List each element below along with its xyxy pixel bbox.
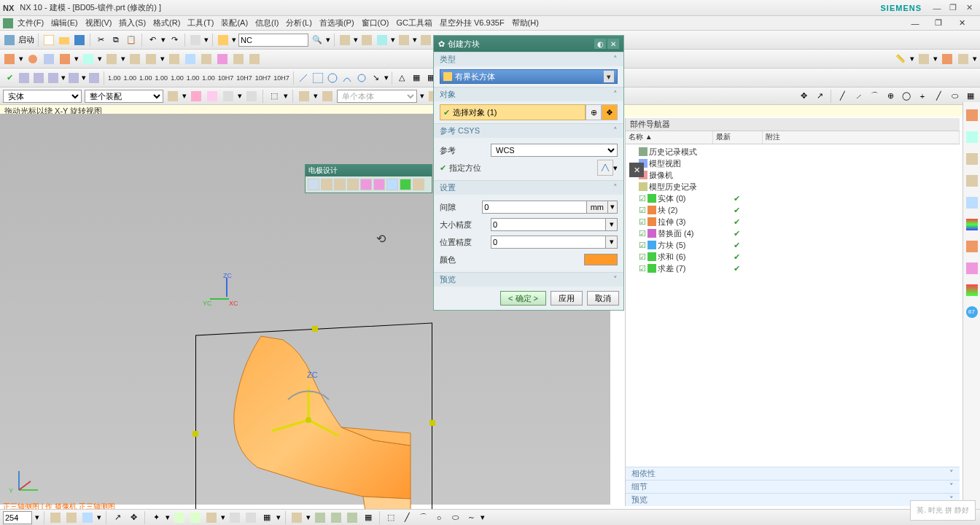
size-input[interactable] xyxy=(491,218,606,231)
hole-icon[interactable] xyxy=(26,52,39,66)
num-3[interactable]: 1.00 xyxy=(139,74,153,82)
num-6[interactable]: 1.00 xyxy=(186,74,201,82)
gap-input[interactable] xyxy=(482,201,587,214)
et-1-icon[interactable] xyxy=(308,179,319,190)
et-6-icon[interactable] xyxy=(373,179,385,190)
sb-3-icon[interactable] xyxy=(81,511,94,524)
status-num[interactable] xyxy=(3,511,32,524)
menu-file[interactable]: 文件(F) xyxy=(18,18,44,28)
new-icon[interactable] xyxy=(42,34,55,47)
tree-row[interactable]: 摄像机 xyxy=(627,169,958,181)
shell-icon[interactable] xyxy=(105,52,118,66)
start-button[interactable] xyxy=(3,34,16,47)
sb-4-icon[interactable]: ↗ xyxy=(111,511,124,524)
select-add-button[interactable]: ⊕ xyxy=(586,104,602,120)
start-label[interactable]: 启动 xyxy=(18,34,34,45)
menu-view[interactable]: 视图(V) xyxy=(85,18,112,28)
panel-close-button[interactable]: ✕ xyxy=(629,163,644,177)
pattern-icon[interactable] xyxy=(42,52,55,66)
d3-icon[interactable] xyxy=(47,71,60,85)
ok-button[interactable]: < 确定 > xyxy=(500,291,546,306)
et-2-icon[interactable] xyxy=(321,179,332,190)
sk2-icon[interactable] xyxy=(311,71,324,85)
section-preview[interactable]: 预览˅ xyxy=(434,272,623,287)
replace-icon[interactable] xyxy=(216,52,229,66)
sb-17-icon[interactable]: ▦ xyxy=(362,511,375,524)
menu-assembly[interactable]: 装配(A) xyxy=(221,18,248,28)
paste-icon[interactable]: 📋 xyxy=(125,34,138,47)
pos-drop[interactable]: ▾ xyxy=(606,236,618,249)
rb-5-icon[interactable] xyxy=(966,197,978,209)
d5-icon[interactable] xyxy=(88,71,101,85)
sb-15-icon[interactable] xyxy=(330,511,343,524)
snap10-icon[interactable]: ⬭ xyxy=(948,90,961,103)
tree-row[interactable]: ☑方块 (5)✔ xyxy=(627,239,958,251)
command-finder[interactable] xyxy=(238,34,308,47)
snap5-icon[interactable]: ⌒ xyxy=(868,90,881,103)
menu-edit[interactable]: 编辑(E) xyxy=(51,18,78,28)
chamfer-icon[interactable] xyxy=(168,52,181,66)
sk3-icon[interactable] xyxy=(326,71,339,85)
tree-row[interactable]: ☑求和 (6)✔ xyxy=(627,251,958,262)
menu-format[interactable]: 格式(R) xyxy=(153,18,180,28)
snap9-icon[interactable]: ╱ xyxy=(932,90,945,103)
box5-icon[interactable] xyxy=(419,34,432,47)
electrode-toolbar-title[interactable]: 电极设计 xyxy=(306,165,432,176)
snap4-icon[interactable]: ⟋ xyxy=(852,90,865,103)
menu-analysis[interactable]: 分析(L) xyxy=(286,18,311,28)
num-11[interactable]: 10H7 xyxy=(273,74,290,82)
tree-row[interactable]: ☑实体 (0)✔ xyxy=(627,192,958,204)
box2-icon[interactable] xyxy=(360,34,373,47)
rb-10-icon[interactable]: 67 xyxy=(966,306,978,318)
sb-2-icon[interactable] xyxy=(65,511,78,524)
sb-8-icon[interactable] xyxy=(189,511,202,524)
sb-20-icon[interactable]: ⌒ xyxy=(416,511,429,524)
acc-detail[interactable]: 细节˅ xyxy=(626,480,960,493)
dialog-close-button[interactable]: ✕ xyxy=(607,39,619,49)
cmd-icon[interactable] xyxy=(189,34,202,47)
undo-icon[interactable]: ↶ xyxy=(146,34,159,47)
col-note[interactable]: 附注 xyxy=(763,131,960,144)
select-object-field[interactable]: ✔ 选择对象 (1) xyxy=(440,104,586,120)
cancel-button[interactable]: 取消 xyxy=(587,291,619,306)
draft-icon[interactable] xyxy=(128,52,141,66)
section-settings[interactable]: 设置˄ xyxy=(434,180,623,195)
sb-13-icon[interactable] xyxy=(290,511,303,524)
box4-icon[interactable] xyxy=(397,34,411,47)
box3-icon[interactable] xyxy=(376,34,389,47)
electrode-toolbar[interactable]: 电极设计 xyxy=(305,164,432,193)
select-highlight-button[interactable]: ❖ xyxy=(602,104,618,120)
sb-6-icon[interactable]: ✦ xyxy=(149,511,163,524)
ref-select[interactable]: WCS xyxy=(491,144,618,157)
app-drop[interactable]: ▾ xyxy=(232,35,236,44)
snap1-icon[interactable]: ✥ xyxy=(797,90,810,103)
menu-tools[interactable]: 工具(T) xyxy=(187,18,214,28)
num-8[interactable]: 10H7 xyxy=(217,74,235,82)
sk1-icon[interactable] xyxy=(297,71,310,85)
d1-icon[interactable] xyxy=(18,71,31,85)
save-icon[interactable] xyxy=(73,34,86,47)
rb-4-icon[interactable] xyxy=(966,175,978,187)
rb-3-icon[interactable] xyxy=(966,153,978,165)
section-type[interactable]: 类型˄ xyxy=(434,52,623,66)
rb-9-icon[interactable] xyxy=(966,284,978,296)
d2-icon[interactable] xyxy=(32,71,45,85)
sb-9-icon[interactable] xyxy=(205,511,218,524)
sb-18-icon[interactable]: ⬚ xyxy=(384,511,397,524)
open-icon[interactable] xyxy=(58,34,71,47)
grid-icon[interactable]: ▦ xyxy=(410,71,423,85)
scope-filter[interactable]: 整个装配 xyxy=(85,90,163,103)
sb-14-icon[interactable] xyxy=(314,511,327,524)
f4-icon[interactable] xyxy=(222,90,235,103)
f5-icon[interactable] xyxy=(245,90,258,103)
minimize-button[interactable]: — xyxy=(929,2,945,14)
f6-icon[interactable]: ⬚ xyxy=(268,90,281,103)
menu-help[interactable]: 帮助(H) xyxy=(512,18,539,28)
rb-1-icon[interactable] xyxy=(966,109,978,121)
mdi-close-button[interactable]: ✕ xyxy=(954,18,970,29)
dialog-reset-button[interactable]: ◐ xyxy=(594,39,606,49)
pos-input[interactable] xyxy=(491,236,606,249)
trim-icon[interactable] xyxy=(58,52,71,66)
num-2[interactable]: 1.00 xyxy=(123,74,138,82)
app-icon[interactable] xyxy=(217,34,230,47)
